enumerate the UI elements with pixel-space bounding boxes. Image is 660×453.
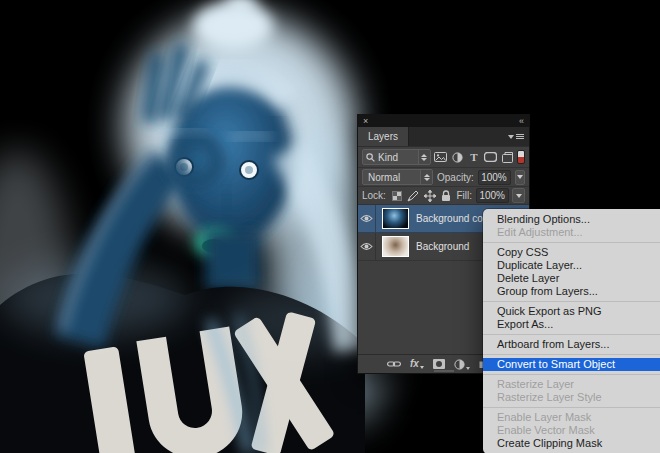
layer-thumbnail[interactable] <box>382 208 409 229</box>
lock-transparency-icon[interactable] <box>392 189 402 202</box>
menu-item-convert-to-smart-object[interactable]: Convert to Smart Object <box>483 358 660 371</box>
fill-value[interactable]: 100% <box>476 188 509 203</box>
menu-item-artboard-from-layers[interactable]: Artboard from Layers... <box>483 338 660 351</box>
add-layer-mask-icon[interactable] <box>433 359 445 369</box>
menu-separator <box>483 334 660 335</box>
blend-mode-dropdown[interactable]: Normal <box>362 169 433 185</box>
menu-item-delete-layer[interactable]: Delete Layer <box>483 272 660 285</box>
fill-dropdown-icon[interactable] <box>512 188 525 203</box>
visibility-eye-icon[interactable] <box>358 205 376 232</box>
filter-row: Kind T <box>358 147 529 168</box>
caret-down-icon <box>466 367 470 370</box>
filter-pixel-layers-icon[interactable] <box>434 150 448 165</box>
panel-resize-grip[interactable] <box>434 370 454 372</box>
search-icon <box>366 153 375 162</box>
lock-row: Lock: Fill: 100% <box>358 187 529 205</box>
lock-position-icon[interactable] <box>424 189 436 202</box>
filter-smart-object-icon[interactable] <box>500 150 514 165</box>
menu-separator <box>483 407 660 408</box>
hamburger-lines-icon <box>516 134 524 139</box>
lock-label: Lock: <box>362 190 386 201</box>
menu-separator <box>483 354 660 355</box>
opacity-dropdown-icon[interactable] <box>515 170 525 185</box>
menu-item-group-from-layers[interactable]: Group from Layers... <box>483 285 660 298</box>
dropdown-arrows-icon <box>420 170 432 184</box>
layer-thumbnail[interactable] <box>382 236 409 257</box>
menu-separator <box>483 301 660 302</box>
caret-down-icon <box>420 366 424 369</box>
tab-layers[interactable]: Layers <box>358 127 409 146</box>
menu-item-export-as[interactable]: Export As... <box>483 318 660 331</box>
filter-toggle-icon[interactable] <box>517 150 525 164</box>
dropdown-arrows-icon <box>418 150 430 164</box>
lock-pixels-brush-icon[interactable] <box>407 189 419 202</box>
menu-item-enable-layer-mask: Enable Layer Mask <box>483 411 660 424</box>
menu-item-enable-vector-mask: Enable Vector Mask <box>483 424 660 437</box>
opacity-value[interactable]: 100% <box>478 170 511 185</box>
filter-type-layers-icon[interactable]: T <box>467 150 481 165</box>
menu-item-quick-export-png[interactable]: Quick Export as PNG <box>483 305 660 318</box>
panel-tab-bar: Layers <box>358 127 529 147</box>
opacity-label: Opacity: <box>437 172 474 183</box>
caret-down-icon <box>508 135 514 139</box>
layer-context-menu: Blending Options... Edit Adjustment... C… <box>483 209 660 453</box>
new-adjustment-layer-icon[interactable] <box>454 359 470 370</box>
menu-item-create-clipping-mask[interactable]: Create Clipping Mask <box>483 437 660 450</box>
close-icon[interactable]: × <box>363 117 368 126</box>
menu-separator <box>483 242 660 243</box>
layer-style-fx-icon[interactable]: fx <box>410 359 424 369</box>
visibility-eye-icon[interactable] <box>358 233 376 260</box>
menu-item-edit-adjustment: Edit Adjustment... <box>483 226 660 239</box>
blend-mode-value: Normal <box>368 172 400 183</box>
blend-row: Normal Opacity: 100% <box>358 168 529 187</box>
photoshop-workspace: × « Layers Kind <box>0 0 660 453</box>
panel-menu-icon[interactable] <box>503 127 529 146</box>
link-layers-icon[interactable] <box>387 360 401 368</box>
collapse-panel-icon[interactable]: « <box>519 117 524 126</box>
menu-item-rasterize-layer-style: Rasterize Layer Style <box>483 391 660 404</box>
filter-shape-layers-icon[interactable] <box>484 150 498 165</box>
filter-kind-label: Kind <box>378 152 398 163</box>
menu-item-duplicate-layer[interactable]: Duplicate Layer... <box>483 259 660 272</box>
layer-name[interactable]: Background <box>416 241 469 252</box>
filter-adjustment-layers-icon[interactable] <box>450 150 464 165</box>
menu-item-blending-options[interactable]: Blending Options... <box>483 213 660 226</box>
fill-label: Fill: <box>456 190 472 201</box>
filter-kind-dropdown[interactable]: Kind <box>362 149 431 165</box>
panel-titlebar: × « <box>358 115 529 127</box>
layer-name[interactable]: Background copy <box>416 213 493 224</box>
menu-item-rasterize-layer: Rasterize Layer <box>483 378 660 391</box>
lock-all-icon[interactable] <box>441 189 451 202</box>
menu-separator <box>483 374 660 375</box>
menu-item-copy-css[interactable]: Copy CSS <box>483 246 660 259</box>
